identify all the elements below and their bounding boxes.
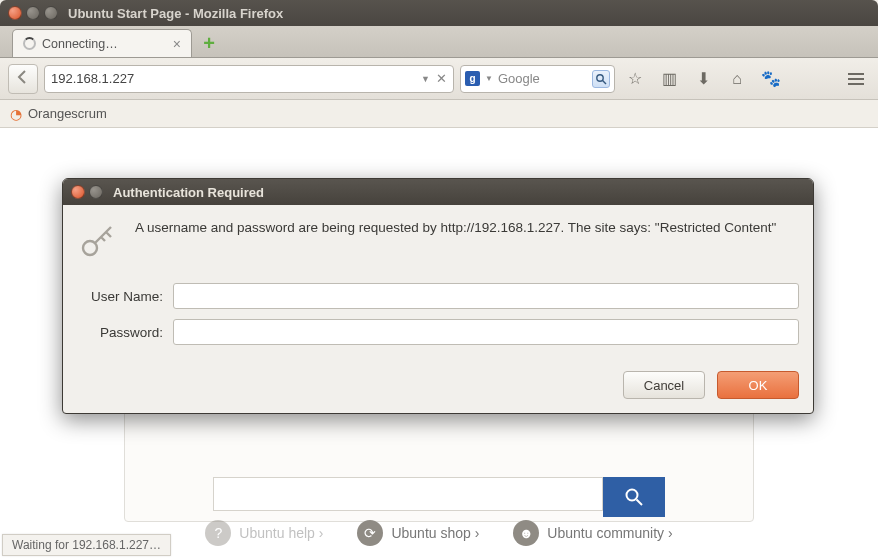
url-bar[interactable]: 192.168.1.227 ▼ ✕ [44, 65, 454, 93]
star-icon: ☆ [628, 69, 642, 88]
hamburger-icon [848, 73, 864, 85]
help-icon: ? [205, 520, 231, 546]
dialog-titlebar: Authentication Required [63, 179, 813, 205]
svg-point-4 [83, 241, 97, 255]
username-input[interactable] [173, 283, 799, 309]
status-bar: Waiting for 192.168.1.227… [2, 534, 171, 556]
tab-label: Connecting… [42, 37, 118, 51]
arrow-left-icon [15, 69, 31, 89]
shop-icon: ⟳ [357, 520, 383, 546]
window-maximize-icon[interactable] [44, 6, 58, 20]
search-engine-icon[interactable]: g [465, 71, 480, 86]
browser-tab[interactable]: Connecting… × [12, 29, 192, 57]
username-label: User Name: [77, 289, 163, 304]
window-titlebar: Ubuntu Start Page - Mozilla Firefox [0, 0, 878, 26]
bookmarks-list-button[interactable]: ▥ [655, 65, 683, 93]
bookmark-item[interactable]: Orangescrum [28, 106, 107, 121]
home-button[interactable]: ⌂ [723, 65, 751, 93]
ok-button[interactable]: OK [717, 371, 799, 399]
search-submit-button[interactable] [592, 70, 610, 88]
bookmarks-toolbar: ◔ Orangescrum [0, 100, 878, 128]
password-input[interactable] [173, 319, 799, 345]
window-title: Ubuntu Start Page - Mozilla Firefox [68, 6, 283, 21]
loading-spinner-icon [23, 37, 36, 50]
footer-link-community[interactable]: ☻ Ubuntu community › [513, 520, 672, 546]
url-text: 192.168.1.227 [51, 71, 415, 86]
dialog-close-icon[interactable] [71, 185, 85, 199]
bookmark-favicon-icon: ◔ [10, 106, 22, 122]
svg-point-0 [597, 74, 603, 80]
dialog-form: User Name: Password: [63, 283, 813, 363]
password-label: Password: [77, 325, 163, 340]
dialog-title: Authentication Required [113, 185, 264, 200]
dialog-minimize-icon [89, 185, 103, 199]
footer-link-label: Ubuntu shop › [391, 525, 479, 541]
window-close-icon[interactable] [8, 6, 22, 20]
home-icon: ⌂ [732, 70, 742, 88]
search-placeholder: Google [498, 71, 587, 86]
plus-icon: + [203, 32, 215, 55]
url-history-dropdown-icon[interactable]: ▼ [421, 74, 430, 84]
svg-line-1 [603, 80, 606, 83]
svg-line-3 [637, 500, 643, 506]
url-clear-icon[interactable]: ✕ [436, 71, 447, 86]
magnifier-icon [595, 73, 607, 85]
download-arrow-icon: ⬇ [697, 69, 710, 88]
start-page-search-button[interactable] [603, 477, 665, 517]
footer-link-label: Ubuntu community › [547, 525, 672, 541]
footer-link-label: Ubuntu help › [239, 525, 323, 541]
dialog-message: A username and password are being reques… [135, 219, 776, 267]
key-icon [77, 219, 121, 267]
svg-point-2 [627, 490, 638, 501]
cancel-button[interactable]: Cancel [623, 371, 705, 399]
tab-close-icon[interactable]: × [173, 36, 181, 52]
downloads-button[interactable]: ⬇ [689, 65, 717, 93]
bookmark-star-button[interactable]: ☆ [621, 65, 649, 93]
footer-link-shop[interactable]: ⟳ Ubuntu shop › [357, 520, 479, 546]
footer-link-help[interactable]: ? Ubuntu help › [205, 520, 323, 546]
auth-dialog: Authentication Required A username and p… [62, 178, 814, 414]
new-tab-button[interactable]: + [198, 32, 220, 54]
back-button[interactable] [8, 64, 38, 94]
tab-strip: Connecting… × + [0, 26, 878, 58]
magnifier-icon [623, 486, 645, 508]
search-bar[interactable]: g ▼ Google [460, 65, 615, 93]
nav-toolbar: 192.168.1.227 ▼ ✕ g ▼ Google ☆ ▥ ⬇ ⌂ 🐾 [0, 58, 878, 100]
community-icon: ☻ [513, 520, 539, 546]
window-minimize-icon[interactable] [26, 6, 40, 20]
search-engine-dropdown-icon[interactable]: ▼ [485, 74, 493, 83]
menu-button[interactable] [842, 65, 870, 93]
paw-icon: 🐾 [761, 69, 781, 88]
addon-button[interactable]: 🐾 [757, 65, 785, 93]
clipboard-icon: ▥ [662, 69, 677, 88]
start-page-search-input[interactable] [213, 477, 603, 511]
